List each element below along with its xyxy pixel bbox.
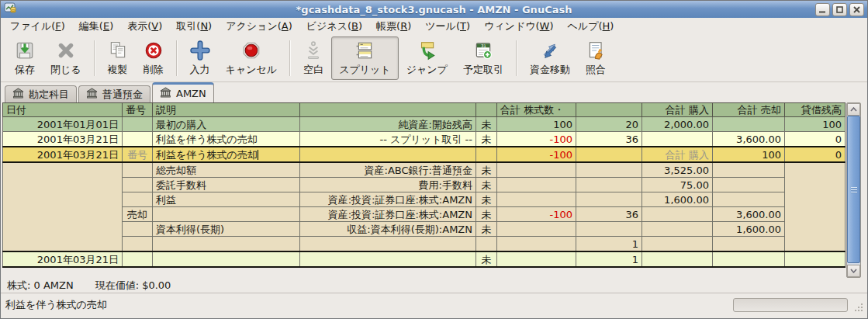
cell-num[interactable] bbox=[123, 117, 153, 132]
cell-reconcile[interactable]: 未 bbox=[476, 132, 497, 147]
cell-description[interactable]: 最初の購入 bbox=[153, 117, 300, 132]
cell-shares[interactable] bbox=[497, 222, 576, 237]
cell-reconcile[interactable]: 未 bbox=[476, 222, 497, 237]
maximize-button[interactable] bbox=[832, 3, 847, 16]
split-button[interactable]: スプリット bbox=[331, 36, 399, 80]
cell-num[interactable] bbox=[123, 132, 153, 147]
cell-price[interactable]: 1 bbox=[576, 237, 642, 252]
cell-reconcile[interactable]: 未 bbox=[476, 162, 497, 178]
vertical-scrollbar[interactable] bbox=[846, 102, 861, 278]
col-header-balance[interactable]: 貸借残高 bbox=[785, 103, 846, 117]
cell-account[interactable]: 資産:ABC銀行:普通預金 bbox=[300, 162, 476, 178]
cell-sell[interactable]: 3,600.00 bbox=[713, 207, 785, 222]
cell-description-editing[interactable]: 利益を伴う株式の売却 bbox=[153, 147, 300, 162]
col-header-shares[interactable]: 合計 株式数・ bbox=[497, 103, 576, 117]
cell-balance[interactable]: 100 bbox=[785, 117, 846, 132]
menu-item-view[interactable]: 表示(V) bbox=[120, 19, 169, 34]
cell-date[interactable]: 2001年01月01日 bbox=[3, 117, 123, 132]
cell-price[interactable]: 36 bbox=[576, 132, 642, 147]
transfer-button[interactable]: 資金移動 bbox=[522, 36, 578, 80]
cell-num-placeholder[interactable]: 番号 bbox=[123, 147, 153, 162]
menu-item-tools[interactable]: ツール(T) bbox=[418, 19, 477, 34]
cell-description[interactable] bbox=[153, 251, 300, 267]
cell-buy[interactable] bbox=[642, 132, 713, 147]
close-window-button[interactable] bbox=[849, 3, 864, 16]
scroll-down-button[interactable] bbox=[847, 265, 860, 277]
cell-price[interactable] bbox=[576, 147, 642, 162]
cell-description[interactable]: 利益を伴う株式の売却 bbox=[153, 132, 300, 147]
resize-grip[interactable] bbox=[854, 303, 864, 315]
cell-account[interactable]: 収益:資本利得(長期):AMZN bbox=[300, 222, 476, 237]
scrollbar-thumb[interactable] bbox=[847, 116, 860, 263]
col-header-transfer[interactable] bbox=[300, 103, 476, 117]
col-header-sell[interactable]: 合計 売却 bbox=[713, 103, 785, 117]
cell-buy[interactable]: 1,600.00 bbox=[642, 192, 713, 207]
cell-shares[interactable]: 100 bbox=[497, 117, 576, 132]
cell-buy[interactable] bbox=[642, 251, 713, 267]
cancel-button[interactable]: キャンセル bbox=[218, 36, 285, 80]
cell-sell[interactable] bbox=[713, 192, 785, 207]
cell-sell[interactable] bbox=[713, 237, 785, 252]
cell-price[interactable]: 1 bbox=[576, 251, 642, 267]
cell-buy[interactable]: 3,525.00 bbox=[642, 162, 713, 178]
cell-account[interactable]: 資産:投資:証券口座:株式:AMZN bbox=[300, 192, 476, 207]
cell-price[interactable] bbox=[576, 222, 642, 237]
col-header-price[interactable] bbox=[576, 103, 642, 117]
cell-reconcile[interactable] bbox=[476, 147, 497, 162]
cell-shares[interactable] bbox=[497, 192, 576, 207]
cell-transfer[interactable]: -- スプリット取引 -- bbox=[300, 132, 476, 147]
cell-action[interactable] bbox=[123, 222, 153, 237]
menu-item-business[interactable]: ビジネス(B) bbox=[299, 19, 369, 34]
menu-item-actions[interactable]: アクション(A) bbox=[219, 19, 299, 34]
cell-price[interactable]: 36 bbox=[576, 207, 642, 222]
cell-action[interactable] bbox=[123, 237, 153, 252]
cell-memo[interactable] bbox=[153, 207, 300, 222]
menu-item-edit[interactable]: 編集(E) bbox=[72, 19, 120, 34]
cell-transfer[interactable] bbox=[300, 251, 476, 267]
cell-sell[interactable] bbox=[713, 178, 785, 192]
cell-date[interactable]: 2001年03月21日 bbox=[3, 147, 123, 162]
duplicate-button[interactable]: 複製 bbox=[100, 36, 136, 80]
cell-reconcile[interactable]: 未 bbox=[476, 117, 497, 132]
cell-transfer[interactable] bbox=[300, 147, 476, 162]
jump-button[interactable]: ジャンプ bbox=[399, 36, 455, 80]
col-header-num[interactable]: 番号 bbox=[123, 103, 153, 117]
tab-amzn[interactable]: AMZN bbox=[152, 82, 214, 102]
cell-num[interactable] bbox=[123, 251, 153, 267]
menu-item-file[interactable]: ファイル(F) bbox=[3, 19, 72, 34]
cell-memo[interactable]: 委託手数料 bbox=[153, 178, 300, 192]
cell-buy[interactable] bbox=[642, 237, 713, 252]
reconcile-button[interactable]: 照合 bbox=[578, 36, 614, 80]
cell-price[interactable] bbox=[576, 178, 642, 192]
blank-button[interactable]: 空白 bbox=[296, 36, 331, 80]
tab-savings[interactable]: 普通預金 bbox=[78, 85, 150, 102]
cell-action[interactable] bbox=[123, 162, 153, 178]
menu-item-help[interactable]: ヘルプ(H) bbox=[561, 19, 621, 34]
cell-action[interactable] bbox=[123, 178, 153, 192]
cell-buy[interactable] bbox=[642, 222, 713, 237]
menu-item-transaction[interactable]: 取引(N) bbox=[169, 19, 219, 34]
cell-date[interactable]: 2001年03月21日 bbox=[3, 132, 123, 147]
cell-account[interactable] bbox=[300, 237, 476, 252]
cell-price[interactable]: 20 bbox=[576, 117, 642, 132]
cell-memo[interactable]: 利益 bbox=[153, 192, 300, 207]
cell-shares[interactable] bbox=[497, 237, 576, 252]
close-button[interactable]: 閉じる bbox=[43, 36, 89, 80]
cell-memo[interactable]: 資本利得(長期) bbox=[153, 222, 300, 237]
cell-buy[interactable]: 2,000.00 bbox=[642, 117, 713, 132]
cell-shares[interactable]: -100 bbox=[497, 132, 576, 147]
cell-reconcile[interactable] bbox=[476, 237, 497, 252]
scroll-up-button[interactable] bbox=[847, 103, 860, 116]
minimize-button[interactable] bbox=[815, 3, 830, 16]
col-header-reconcile[interactable] bbox=[476, 103, 497, 117]
menu-item-windows[interactable]: ウィンドウ(W) bbox=[477, 19, 561, 34]
cell-reconcile[interactable]: 未 bbox=[476, 207, 497, 222]
cell-buy[interactable]: 75.00 bbox=[642, 178, 713, 192]
cell-reconcile[interactable]: 未 bbox=[476, 251, 497, 267]
cell-buy[interactable] bbox=[642, 207, 713, 222]
cell-account[interactable]: 費用:手数料 bbox=[300, 178, 476, 192]
cell-sell[interactable]: 100 bbox=[713, 147, 785, 162]
cell-reconcile[interactable]: 未 bbox=[476, 178, 497, 192]
cell-memo[interactable] bbox=[153, 237, 300, 252]
cell-date[interactable]: 2001年03月21日 bbox=[3, 251, 123, 267]
